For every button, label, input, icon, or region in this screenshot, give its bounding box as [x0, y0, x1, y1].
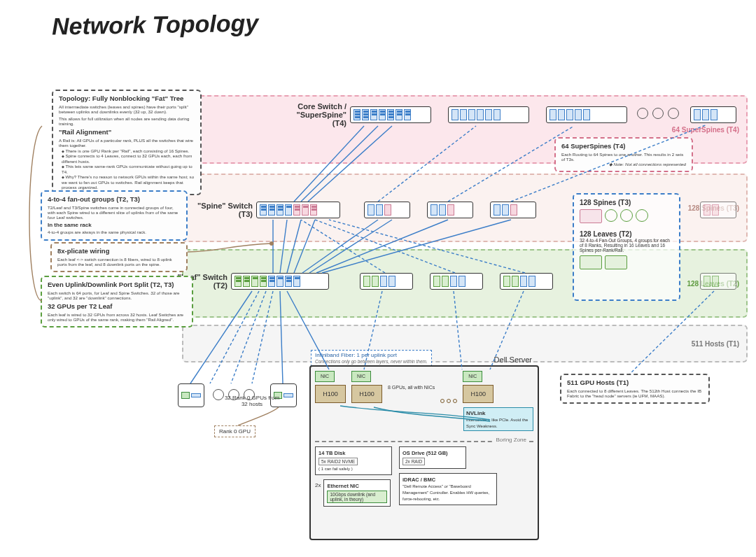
- spine-switch-ghost: [700, 202, 736, 218]
- nvlink-title: NVLink: [466, 410, 486, 416]
- gpu-note: 8 GPUs, all with NICs: [388, 385, 435, 390]
- ib-fiber-sub: Connections only go between layers, neve…: [315, 359, 428, 364]
- core-switch-main: Core Switch / "SuperSpine" (T4): [350, 106, 431, 123]
- rank0-label: Rank 0 GPU: [219, 428, 251, 435]
- spine-switch-3: [427, 202, 473, 218]
- callout-superspines: 64 SuperSpines (T4) Each Routing to 64 S…: [554, 137, 693, 172]
- callout-fanout-title: 4-to-4 fan-out groups (T2, T3): [48, 196, 181, 204]
- callout-fanout-l1: T2/Leaf and T3/Spine switches come in co…: [48, 205, 181, 220]
- spine-switch-4: [490, 202, 536, 218]
- eth-sub: 10Gbps downlink (and uplink, in theory): [327, 491, 387, 503]
- leaf-switch-3: [430, 273, 483, 290]
- boring-divider: Boring Zone: [315, 441, 533, 442]
- leaf-switch-main: "Leaf" Switch (T2): [231, 273, 329, 290]
- server-box: Dell Server NIC H100 NIC H100 8 GPUs, al…: [309, 365, 539, 540]
- eth-title: Ethernet NIC: [327, 483, 358, 489]
- eth-box: Ethernet NIC 10Gbps downlink (and uplink…: [323, 479, 391, 507]
- rail-bullet-2: This lets same same-rank GPUs communicat…: [62, 164, 195, 174]
- callout-ss-title: 64 SuperSpines (T4): [561, 143, 686, 150]
- rail-bullet-1: Spine connects to 4 Leaves, connect to 3…: [62, 153, 195, 164]
- rank0-caption: 32 Rank 0 GPUs from 32 hosts: [224, 395, 280, 407]
- rank0-tag: Rank 0 GPU: [214, 425, 255, 437]
- tier-band-t1: 511 Hosts (T1): [182, 325, 748, 362]
- eth-prefix: 2x: [315, 482, 321, 488]
- nvlink-body: Interconnect, like PCIe. Avoid the Sync …: [466, 418, 528, 428]
- callout-topology: Topology: Fully Nonblocking "Fat" Tree A…: [52, 90, 202, 195]
- idrac-box: iDRAC / BMC "Dell Remote Access" or "Bas…: [399, 473, 497, 505]
- fanout-groups-detail: 128 Spines (T3) 128 Leaves (T2) 32 4-to-…: [573, 193, 680, 301]
- leaf-switch-ghost: [700, 273, 736, 290]
- tier-label-t4: 64 SuperSpines (T4): [672, 126, 739, 134]
- callout-port-split: Even Uplink/Downlink Port Split (T2, T3)…: [41, 276, 193, 327]
- gpu-1: H100: [351, 385, 382, 403]
- leaves-count-title: 128 Leaves (T2): [580, 230, 673, 238]
- ib-fiber-title: Infiniband Fiber: 1 per uplink port: [315, 352, 397, 358]
- os-sub: 2x RAID: [402, 458, 425, 465]
- rail-bullet-0: There is one GPU Rank per "Rail", each c…: [62, 148, 195, 154]
- server-label: Dell Server: [494, 355, 532, 364]
- callout-8x-title: 8x-plicate wiring: [57, 248, 181, 255]
- spine-switch-label: "Spine" Switch (T3): [194, 202, 253, 218]
- leaf-switch-2: [360, 273, 413, 290]
- nic-0: NIC: [315, 371, 335, 382]
- idrac-body: "Dell Remote Access" or "Baseboard Manag…: [402, 484, 489, 501]
- nic-7: NIC: [463, 371, 482, 382]
- page-title: Network Topology: [52, 9, 259, 40]
- core-switch-3: [546, 106, 627, 123]
- callout-ps-l1: Each switch is 64 ports, for Leaf and Sp…: [48, 290, 186, 300]
- idrac-title: iDRAC / BMC: [402, 477, 435, 483]
- disk-box: 14 TB Disk 5x RAID2 NVME ( 1 can fail sa…: [315, 446, 392, 475]
- callout-hosts-body: Each connected to 8 different Leaves. Th…: [567, 388, 703, 398]
- os-box: OS Drive (512 GB) 2x RAID: [399, 446, 466, 469]
- callout-ps-t1: Even Uplink/Downlink Port Split (T2, T3): [48, 281, 186, 289]
- callout-topology-title: Topology: Fully Nonblocking "Fat" Tree: [59, 95, 195, 103]
- callout-fanout-l2t: In the same rack: [48, 222, 181, 228]
- disk-sub: 5x RAID2 NVME: [318, 458, 358, 465]
- core-switch-2: [448, 106, 529, 123]
- callout-rail-title: "Rail Alignment": [59, 129, 195, 136]
- core-switch-ellipsis: [637, 108, 679, 119]
- spine-switch-main: "Spine" Switch (T3): [256, 202, 340, 218]
- callout-fanout-l2: 4-to-4 groups are always in the same phy…: [48, 230, 181, 234]
- disk-note: ( 1 can fail safely ): [318, 467, 353, 471]
- spine-switch-2: [364, 202, 410, 218]
- leaves-count-body: 32 4-to-4 Fan-Out Groups, 4 groups for e…: [580, 238, 673, 253]
- nic-1: NIC: [351, 371, 371, 382]
- leaf-switch-4: [500, 273, 553, 290]
- rail-bullet-3: Why? There's no reason to network GPUs w…: [62, 174, 195, 190]
- disk-title: 14 TB Disk: [318, 450, 345, 456]
- callout-ps-l2: Each leaf is wired to 32 GPUs from acros…: [48, 312, 186, 322]
- nvlink-box: NVLink Interconnect, like PCIe. Avoid th…: [463, 407, 533, 431]
- core-switch-last: [690, 106, 736, 123]
- callout-topology-l1: All intermediate switches (leaves and sp…: [59, 104, 195, 114]
- core-switch-label: Core Switch / "SuperSpine" (T4): [288, 102, 346, 127]
- gpu-0: H100: [315, 385, 346, 403]
- callout-ss-note: ◆ Note: Not all connections represented: [561, 162, 686, 167]
- mini-host-0: [178, 383, 204, 407]
- tier-label-t1: 511 Hosts (T1): [692, 340, 739, 348]
- spines-count-title: 128 Spines (T3): [580, 199, 673, 206]
- callout-fanout: 4-to-4 fan-out groups (T2, T3) T2/Leaf a…: [41, 190, 188, 241]
- os-title: OS Drive (512 GB): [402, 450, 448, 456]
- callout-hosts: 511 GPU Hosts (T1) Each connected to 8 d…: [560, 374, 710, 404]
- callout-rail-intro: A Rail is: All GPUs of a particular rank…: [59, 138, 195, 148]
- callout-ps-t2: 32 GPUs per T2 Leaf: [48, 303, 186, 311]
- ib-fiber-tag: Infiniband Fiber: 1 per uplink port Conn…: [311, 350, 432, 367]
- boring-label: Boring Zone: [493, 437, 529, 443]
- callout-topology-l2: This allows for full utilization when al…: [59, 116, 195, 126]
- gpu-7: H100: [463, 385, 493, 403]
- callout-ss-body: Each Routing to 64 Spines to one another…: [561, 152, 686, 162]
- callout-hosts-title: 511 GPU Hosts (T1): [567, 379, 703, 387]
- callout-8x: 8x-plicate wiring Each leaf <-> switch c…: [50, 242, 188, 272]
- callout-8x-l1: Each leaf <-> switch connection is 8 fib…: [57, 257, 181, 267]
